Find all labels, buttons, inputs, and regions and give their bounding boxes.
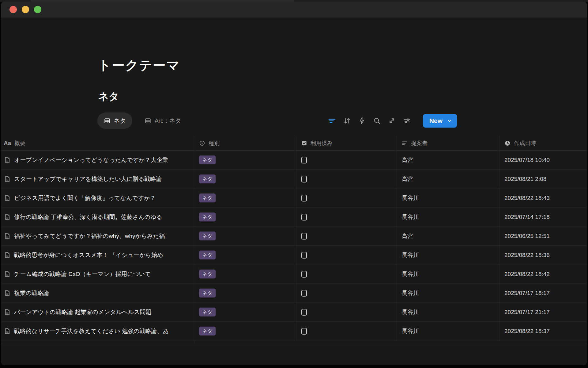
- cell-summary[interactable]: バーンアウトの戦略論 起業家のメンタルヘルス問題: [1, 303, 194, 321]
- cell-summary[interactable]: スタートアップでキャリアを構築したい人に贈る戦略論: [1, 170, 194, 188]
- close-button[interactable]: [9, 6, 17, 13]
- table-bottom-area[interactable]: [1, 341, 587, 344]
- cell-type[interactable]: ネタ: [194, 170, 296, 188]
- used-checkbox[interactable]: [301, 176, 307, 182]
- view-settings-icon[interactable]: [403, 117, 411, 125]
- table-row[interactable]: ビジネス用語でよく聞く「解像度」ってなんですか？ネタ長谷川2025/08/22 …: [1, 189, 587, 208]
- views-toolbar-row: ネタ Arc：ネタ: [97, 113, 457, 129]
- cell-created[interactable]: 2025/07/17 21:17: [499, 303, 587, 321]
- column-label: 利用済み: [311, 140, 333, 147]
- table-row[interactable]: 複業の戦略論ネタ長谷川2025/07/17 18:17: [1, 284, 587, 303]
- table-row[interactable]: 修行の戦略論 丁稚奉公、深く潜る期間。佐藤さんのゆるネタ長谷川2025/07/1…: [1, 208, 587, 227]
- view-tab-neta[interactable]: ネタ: [97, 113, 132, 129]
- cell-type[interactable]: ネタ: [194, 284, 296, 302]
- column-header-created[interactable]: 作成日時: [499, 136, 587, 150]
- search-icon[interactable]: [373, 117, 381, 125]
- proposer-name: 高宮: [401, 156, 413, 164]
- cell-summary[interactable]: チーム編成の戦略論 CxO（キーマン）採用について: [1, 265, 194, 283]
- used-checkbox[interactable]: [301, 252, 307, 259]
- cell-proposer[interactable]: 高宮: [397, 170, 499, 188]
- cell-summary[interactable]: ビジネス用語でよく聞く「解像度」ってなんですか？: [1, 189, 194, 207]
- cell-summary[interactable]: 修行の戦略論 丁稚奉公、深く潜る期間。佐藤さんのゆる: [1, 208, 194, 226]
- cell-used[interactable]: [296, 227, 397, 245]
- cell-type[interactable]: ネタ: [194, 322, 296, 340]
- cell-created[interactable]: 2025/08/22 18:43: [499, 189, 587, 207]
- cell-created[interactable]: 2025/07/14 17:18: [499, 208, 587, 226]
- cell-used[interactable]: [296, 246, 397, 264]
- cell-type[interactable]: ネタ: [194, 303, 296, 321]
- row-title: 複業の戦略論: [14, 289, 49, 297]
- table-row[interactable]: チーム編成の戦略論 CxO（キーマン）採用についてネタ長谷川2025/08/22…: [1, 265, 587, 284]
- view-tab-arc-neta[interactable]: Arc：ネタ: [141, 117, 184, 125]
- used-checkbox[interactable]: [301, 328, 307, 335]
- table-row[interactable]: 福祉やってみてどうですか？福祉のwhy、whyからみた福ネタ高宮2025/06/…: [1, 227, 587, 246]
- cell-proposer[interactable]: 長谷川: [397, 189, 499, 207]
- cell-created[interactable]: 2025/08/22 18:37: [499, 322, 587, 340]
- cell-created[interactable]: 2025/08/21 2:08: [499, 170, 587, 188]
- page-content: トークテーマ ネタ ネタ: [1, 17, 587, 365]
- cell-type[interactable]: ネタ: [194, 208, 296, 226]
- new-button[interactable]: New: [423, 114, 457, 128]
- filter-icon[interactable]: [328, 117, 336, 125]
- cell-used[interactable]: [296, 265, 397, 283]
- page-icon: [4, 194, 11, 201]
- proposer-name: 長谷川: [401, 251, 419, 259]
- column-header-summary[interactable]: Aa 概要: [1, 136, 194, 150]
- cell-proposer[interactable]: 長谷川: [397, 322, 499, 340]
- cell-used[interactable]: [296, 208, 397, 226]
- table-row[interactable]: 戦略的思考が身につくオススメ本！ 『イシューから始めネタ長谷川2025/08/2…: [1, 246, 587, 265]
- cell-summary[interactable]: 複業の戦略論: [1, 284, 194, 302]
- cell-proposer[interactable]: 長谷川: [397, 303, 499, 321]
- used-checkbox[interactable]: [301, 271, 307, 278]
- cell-type[interactable]: ネタ: [194, 227, 296, 245]
- cell-proposer[interactable]: 高宮: [397, 151, 499, 169]
- table-row[interactable]: バーンアウトの戦略論 起業家のメンタルヘルス問題ネタ長谷川2025/07/17 …: [1, 303, 587, 322]
- table-row[interactable]: 戦略的なリサーチ手法を教えてください 勉強の戦略論、あネタ長谷川2025/08/…: [1, 322, 587, 341]
- cell-used[interactable]: [296, 170, 397, 188]
- column-header-proposer[interactable]: 提案者: [397, 136, 499, 150]
- cell-used[interactable]: [296, 303, 397, 321]
- cell-created[interactable]: 2025/08/22 18:42: [499, 265, 587, 283]
- cell-proposer[interactable]: 高宮: [397, 227, 499, 245]
- cell-created[interactable]: 2025/07/18 10:40: [499, 151, 587, 169]
- used-checkbox[interactable]: [301, 157, 307, 163]
- cell-proposer[interactable]: 長谷川: [397, 246, 499, 264]
- cell-proposer[interactable]: 長谷川: [397, 284, 499, 302]
- clock-icon: [504, 140, 511, 146]
- expand-icon[interactable]: [388, 117, 396, 125]
- cell-type[interactable]: ネタ: [194, 265, 296, 283]
- zoom-button[interactable]: [34, 6, 41, 13]
- cell-type[interactable]: ネタ: [194, 189, 296, 207]
- used-checkbox[interactable]: [301, 214, 307, 220]
- used-checkbox[interactable]: [301, 290, 307, 297]
- cell-used[interactable]: [296, 322, 397, 340]
- cell-used[interactable]: [296, 151, 397, 169]
- column-header-type[interactable]: 種別: [194, 136, 296, 150]
- type-tag: ネタ: [199, 327, 216, 335]
- cell-type[interactable]: ネタ: [194, 246, 296, 264]
- table-row[interactable]: オープンイノベーションってどうなったんですか？大企業ネタ高宮2025/07/18…: [1, 151, 587, 170]
- cell-type[interactable]: ネタ: [194, 151, 296, 169]
- column-header-used[interactable]: 利用済み: [296, 136, 397, 150]
- cell-proposer[interactable]: 長谷川: [397, 265, 499, 283]
- cell-used[interactable]: [296, 189, 397, 207]
- cell-summary[interactable]: 福祉やってみてどうですか？福祉のwhy、whyからみた福: [1, 227, 194, 245]
- automation-icon[interactable]: [358, 117, 366, 125]
- cell-created[interactable]: 2025/06/25 12:51: [499, 227, 587, 245]
- cell-created[interactable]: 2025/07/17 18:17: [499, 284, 587, 302]
- type-tag: ネタ: [199, 194, 216, 202]
- chevron-down-icon[interactable]: [447, 118, 452, 124]
- sort-icon[interactable]: [343, 117, 351, 125]
- cell-proposer[interactable]: 長谷川: [397, 208, 499, 226]
- used-checkbox[interactable]: [301, 233, 307, 240]
- used-checkbox[interactable]: [301, 309, 307, 316]
- cell-created[interactable]: 2025/08/22 18:36: [499, 246, 587, 264]
- used-checkbox[interactable]: [301, 195, 307, 201]
- table-row[interactable]: スタートアップでキャリアを構築したい人に贈る戦略論ネタ高宮2025/08/21 …: [1, 170, 587, 189]
- cell-summary[interactable]: 戦略的なリサーチ手法を教えてください 勉強の戦略論、あ: [1, 322, 194, 340]
- cell-summary[interactable]: オープンイノベーションってどうなったんですか？大企業: [1, 151, 194, 169]
- cell-summary[interactable]: 戦略的思考が身につくオススメ本！ 『イシューから始め: [1, 246, 194, 264]
- window-titlebar: [1, 2, 587, 17]
- cell-used[interactable]: [296, 284, 397, 302]
- minimize-button[interactable]: [22, 6, 29, 13]
